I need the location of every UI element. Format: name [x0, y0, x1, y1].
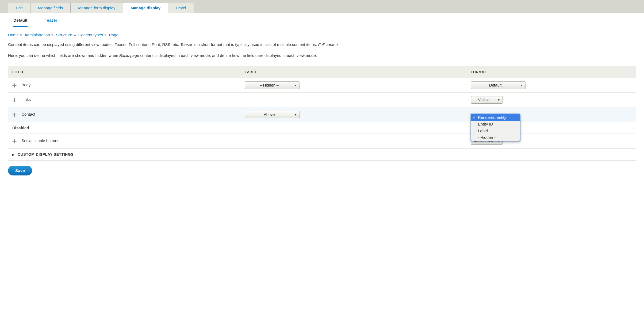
th-format: FORMAT: [466, 66, 636, 78]
label-select-contact[interactable]: Above▼: [245, 111, 300, 118]
primary-tabs: Edit Manage fields Manage form display M…: [0, 0, 644, 13]
subtab-default[interactable]: Default: [13, 18, 28, 27]
table-row: Links Visible▼: [8, 92, 636, 107]
table-row: Contact Above▼ Rendered entity Entity ID…: [8, 107, 636, 122]
breadcrumb: Home» Administration» Structure» Content…: [8, 33, 636, 37]
page-content: Home» Administration» Structure» Content…: [0, 27, 644, 181]
secondary-tabs: Default Teaser: [0, 13, 644, 27]
drag-handle-icon[interactable]: [12, 113, 17, 117]
disabled-section-header: Disabled: [8, 122, 636, 134]
tab-manage-form-display[interactable]: Manage form display: [70, 3, 123, 13]
breadcrumb-page[interactable]: Page: [109, 33, 118, 37]
th-field: FIELD: [8, 66, 240, 78]
table-row: Social simple buttons – Hidden –▼: [8, 134, 636, 148]
field-name: Body: [21, 83, 30, 87]
breadcrumb-content-types[interactable]: Content types: [78, 33, 103, 37]
dropdown-option[interactable]: - Hidden -: [471, 134, 520, 141]
th-label: LABEL: [240, 66, 466, 78]
drag-handle-icon[interactable]: [12, 83, 17, 88]
fields-table: FIELD LABEL FORMAT Body – Hidden –▼ D: [8, 66, 636, 148]
table-row: Body – Hidden –▼ Default▼: [8, 78, 636, 92]
help-text-1: Content items can be displayed using dif…: [8, 41, 636, 48]
breadcrumb-administration[interactable]: Administration: [25, 33, 50, 37]
subtab-teaser[interactable]: Teaser: [45, 18, 57, 27]
save-button[interactable]: Save: [8, 166, 32, 175]
format-dropdown-menu: Rendered entity Entity ID Label - Hidden…: [471, 114, 520, 141]
breadcrumb-home[interactable]: Home: [8, 33, 19, 37]
triangle-right-icon: ▶: [12, 153, 14, 156]
breadcrumb-structure[interactable]: Structure: [56, 33, 72, 37]
tab-devel[interactable]: Devel: [168, 3, 194, 13]
field-name: Contact: [21, 112, 35, 116]
drag-handle-icon[interactable]: [12, 139, 17, 143]
tab-manage-fields[interactable]: Manage fields: [30, 3, 71, 13]
tab-edit[interactable]: Edit: [8, 3, 30, 13]
custom-display-settings-details[interactable]: ▶ CUSTOM DISPLAY SETTINGS: [8, 148, 636, 160]
tab-manage-display[interactable]: Manage display: [123, 3, 168, 13]
dropdown-option[interactable]: Label: [471, 127, 520, 134]
field-name: Links: [21, 97, 31, 102]
drag-handle-icon[interactable]: [12, 98, 17, 102]
help-text-2: Here, you can define which fields are sh…: [8, 52, 636, 59]
dropdown-option[interactable]: Rendered entity: [471, 114, 520, 121]
format-select-links[interactable]: Visible▼: [471, 96, 503, 104]
format-select-body[interactable]: Default▼: [471, 81, 526, 89]
dropdown-option[interactable]: Entity ID: [471, 121, 520, 127]
label-select-body[interactable]: – Hidden –▼: [245, 81, 300, 89]
field-name: Social simple buttons: [21, 138, 59, 143]
